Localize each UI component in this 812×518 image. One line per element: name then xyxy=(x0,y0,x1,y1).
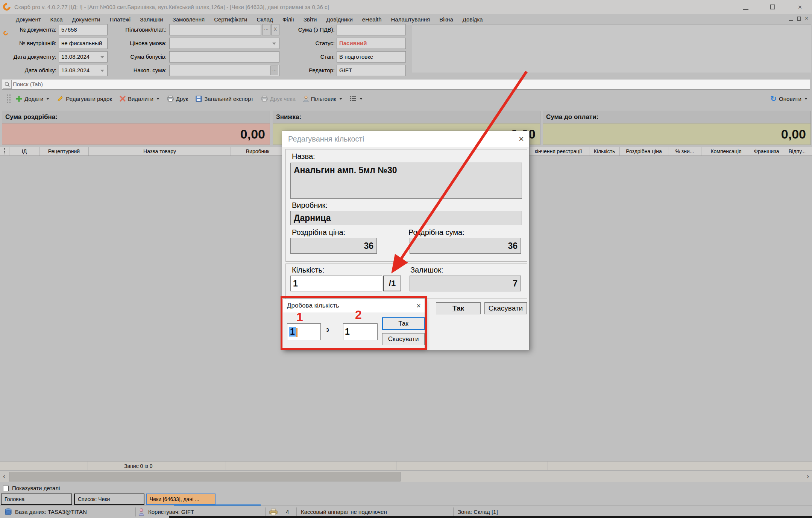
menu-item-settings[interactable]: Налаштування xyxy=(391,16,430,23)
status-field: Пасивний xyxy=(337,38,406,49)
producer-field: Дарница xyxy=(290,211,522,225)
doc-date-field[interactable]: 13.08.2024 xyxy=(59,51,108,62)
plus-icon xyxy=(16,96,22,102)
price-condition-label: Цінова умова: xyxy=(113,38,167,49)
retail-price-label: Роздрібна ціна: xyxy=(292,228,345,237)
beneficiary-ellipsis-button[interactable]: ··· xyxy=(262,24,270,35)
retail-sum-field: 36 xyxy=(410,238,521,254)
tab-main[interactable]: Головна xyxy=(1,494,72,505)
add-button[interactable]: Додати xyxy=(16,96,49,102)
minimize-icon xyxy=(743,9,748,10)
print-button[interactable]: Друк xyxy=(167,96,188,102)
mdi-close-icon[interactable]: × xyxy=(805,15,808,22)
print-check-button[interactable]: Друк чека xyxy=(261,96,296,102)
menu-item-branches[interactable]: Філії xyxy=(282,16,294,23)
chevron-down-icon xyxy=(360,98,363,100)
accum-sum-field[interactable] xyxy=(169,65,279,76)
tab-list-checks[interactable]: Список: Чеки xyxy=(74,494,144,505)
menu-item-directories[interactable]: Довідники xyxy=(326,16,353,23)
internal-number-field[interactable]: не фискальный xyxy=(59,38,108,49)
list-view-button[interactable] xyxy=(350,96,363,101)
dialog-title: Редагування кількості xyxy=(288,131,364,147)
sum-vat-field[interactable] xyxy=(337,24,406,35)
chevron-down-icon xyxy=(46,98,49,100)
bonus-sum-label: Сума бонусів: xyxy=(113,51,167,62)
refresh-button[interactable]: ↻ Оновити xyxy=(770,92,807,105)
horizontal-scrollbar[interactable]: ‹ › xyxy=(0,471,812,482)
stock-label: Залишок: xyxy=(410,266,443,274)
account-date-field[interactable]: 13.08.2024 xyxy=(59,65,108,76)
window-minimize-button[interactable] xyxy=(739,0,752,14)
beneficiary-button[interactable]: Пільговик xyxy=(303,96,342,102)
to-pay-value: 0,00 xyxy=(543,123,811,145)
retail-sum-label: Сума роздрібна: xyxy=(2,111,270,123)
column-header-franchise[interactable]: Франшиза xyxy=(751,147,782,155)
mdi-restore-icon[interactable] xyxy=(797,17,801,21)
beneficiary-field[interactable] xyxy=(169,24,261,35)
chevron-down-icon xyxy=(339,98,342,100)
discount-label: Знижка: xyxy=(273,111,540,123)
menu-item-help[interactable]: Довідка xyxy=(463,16,483,23)
dialog-close-icon[interactable]: × xyxy=(519,131,524,147)
state-field: В подготовке xyxy=(337,51,406,62)
menu-item-orders[interactable]: Замовлення xyxy=(173,16,205,23)
column-header-dispense[interactable]: Відпу... xyxy=(782,147,812,155)
delete-button[interactable]: Видалити xyxy=(120,96,159,102)
search-bar[interactable] xyxy=(2,79,810,90)
tab-checks-active[interactable]: Чеки [64633], дані ... xyxy=(146,494,216,505)
bonus-sum-field[interactable] xyxy=(169,51,279,62)
mdi-minimize-icon[interactable] xyxy=(789,20,793,21)
menu-item-certificates[interactable]: Сертифікати xyxy=(214,16,247,23)
column-header-product-name[interactable]: Назва товару xyxy=(89,147,231,155)
refresh-icon: ↻ xyxy=(770,94,777,103)
column-header-producer[interactable]: Виробник xyxy=(231,147,285,155)
search-icon xyxy=(3,80,12,89)
menu-item-kasa[interactable]: Каса xyxy=(50,16,63,23)
window-close-button[interactable]: × xyxy=(794,0,806,14)
mdi-window-controls: × xyxy=(789,15,808,22)
list-icon xyxy=(350,96,357,101)
taskbar-strip xyxy=(169,516,812,518)
column-header-discount-pct[interactable]: % зни... xyxy=(668,147,701,155)
annotation-step-2: 2 xyxy=(355,308,362,322)
menu-item-document[interactable]: Документ xyxy=(16,16,41,23)
menu-item-payments[interactable]: Платежі xyxy=(109,16,131,23)
price-condition-combo[interactable] xyxy=(169,38,279,49)
toolbar-grip-icon xyxy=(7,94,11,103)
column-header-quantity[interactable]: Кількість xyxy=(589,147,620,155)
red-x-icon xyxy=(120,96,126,102)
show-details-checkbox[interactable] xyxy=(3,486,9,491)
column-header-prescription[interactable]: Рецептурний xyxy=(39,147,89,155)
pencil-icon xyxy=(57,95,64,102)
doc-number-field[interactable]: 57658 xyxy=(59,24,108,35)
menu-item-ehealth[interactable]: eHealth xyxy=(362,16,382,23)
fraction-button[interactable]: /1 xyxy=(383,276,401,291)
edit-row-button[interactable]: Редагувати рядок xyxy=(57,95,112,102)
column-header-registration-end[interactable]: кінчення реєстрації xyxy=(528,147,589,155)
beneficiary-label: Пільговик/плат.: xyxy=(113,24,167,35)
scroll-right-button[interactable]: › xyxy=(804,471,812,482)
export-icon xyxy=(196,96,202,102)
quantity-input[interactable]: 1 xyxy=(290,276,382,291)
window-maximize-button[interactable] xyxy=(766,0,779,14)
column-header-compensation[interactable]: Компенсація xyxy=(701,147,751,155)
menu-item-documents[interactable]: Документи xyxy=(72,16,100,23)
scrollbar-thumb[interactable] xyxy=(9,472,401,481)
sum-vat-label: Сума (з ПДВ): xyxy=(276,24,335,35)
column-header-retail-price[interactable]: Роздрібна ціна xyxy=(620,147,668,155)
menu-item-leftovers[interactable]: Залишки xyxy=(140,16,163,23)
menu-item-warehouse[interactable]: Склад xyxy=(257,16,273,23)
annotation-step-1: 1 xyxy=(296,310,303,324)
ok-button[interactable]: Так xyxy=(436,302,481,314)
to-pay-label: Сума до оплати: xyxy=(543,111,811,123)
menu-item-reports[interactable]: Звіти xyxy=(304,16,317,23)
cancel-button[interactable]: Скасувати xyxy=(484,302,527,314)
form-side-panel xyxy=(412,24,811,73)
column-header-id[interactable]: ІД xyxy=(9,147,39,155)
chevron-down-icon xyxy=(804,98,807,100)
stock-field: 7 xyxy=(410,276,521,291)
export-button[interactable]: Загальний експорт xyxy=(196,96,253,102)
window-title: Скарб pro v. 4.0.2.77 [ІД: !] - [Апт №00… xyxy=(14,0,329,14)
scroll-left-button[interactable]: ‹ xyxy=(0,471,8,482)
menu-item-windows[interactable]: Вікна xyxy=(439,16,453,23)
